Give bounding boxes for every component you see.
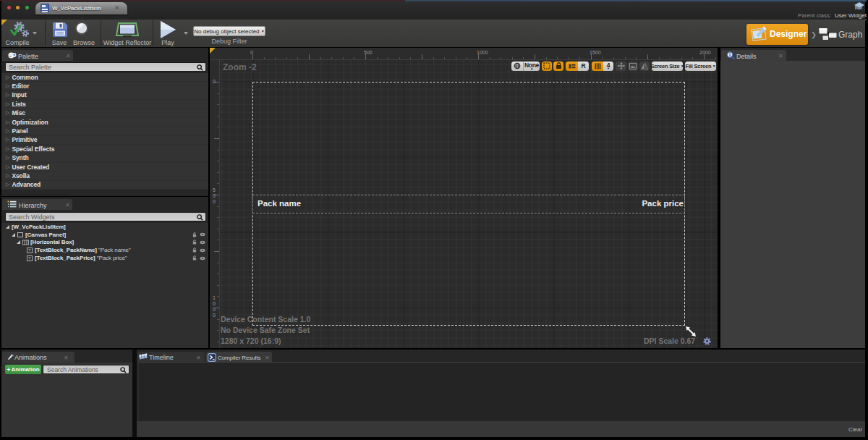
svg-text:T: T — [28, 256, 31, 261]
svg-text:T: T — [28, 248, 31, 253]
